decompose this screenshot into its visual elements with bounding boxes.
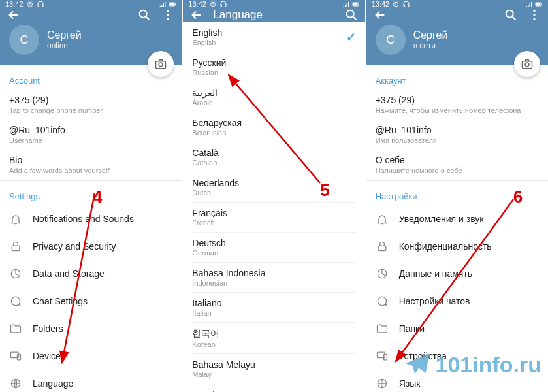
username-row[interactable]: @Ru_101info Username <box>0 120 182 150</box>
language-row[interactable]: NederlandsDutch <box>183 172 364 202</box>
profile-status: online <box>47 41 82 50</box>
bio-row[interactable]: Bio Add a few words about yourself <box>0 150 182 180</box>
language-sub: Russian <box>192 69 226 76</box>
label: Настройки чатов <box>399 296 470 306</box>
screen-settings-en: 13:42 С Сергей online Account +375 (29) … <box>0 0 182 392</box>
label: Language <box>33 378 73 389</box>
language-name: Italiano <box>192 298 221 308</box>
svg-rect-38 <box>383 355 387 360</box>
svg-point-21 <box>346 10 353 18</box>
status-bar: 13:42 <box>366 0 548 8</box>
svg-point-6 <box>167 18 169 20</box>
bio-hint: Add a few words about yourself <box>9 167 172 174</box>
back-icon[interactable] <box>189 8 204 22</box>
bell-icon <box>376 212 389 225</box>
language-row[interactable]: EnglishEnglish✓ <box>183 22 364 52</box>
language-sub: Korean <box>192 340 219 348</box>
settings-folders[interactable]: Folders <box>0 315 182 342</box>
menu-icon[interactable] <box>527 8 541 22</box>
svg-rect-20 <box>353 3 357 5</box>
phone-row[interactable]: +375 (29) Нажмите, чтобы изменить номер … <box>366 90 548 120</box>
headphone-icon <box>37 0 44 8</box>
bio-row[interactable]: О себе Напишите немного о себе <box>366 150 548 180</box>
language-sub: English <box>192 39 222 46</box>
settings-chat[interactable]: Настройки чатов <box>366 287 548 315</box>
header-title: Language <box>213 8 334 22</box>
language-row[interactable]: 한국어Korean <box>183 323 364 353</box>
language-row[interactable]: БеларускаяBelarusian <box>183 112 364 142</box>
settings-privacy[interactable]: Privacy and Security <box>0 233 182 260</box>
devices-icon <box>376 350 389 363</box>
status-time: 13:42 <box>188 0 206 8</box>
folder-icon <box>376 322 389 335</box>
data-icon <box>9 267 22 280</box>
camera-icon <box>154 57 167 71</box>
back-icon[interactable] <box>7 8 21 22</box>
back-icon[interactable] <box>373 8 387 22</box>
svg-rect-28 <box>536 3 540 5</box>
header <box>366 8 548 22</box>
language-row[interactable]: CatalàCatalan <box>183 142 364 172</box>
language-sub: German <box>192 249 225 257</box>
step-5: 5 <box>320 180 329 201</box>
language-name: Català <box>192 148 218 158</box>
language-name: Bahasa Indonesia <box>192 268 265 278</box>
battery-icon <box>169 0 176 8</box>
label: Конфиденциальность <box>399 241 492 252</box>
label: Язык <box>399 378 421 389</box>
chat-icon <box>9 295 22 308</box>
language-row[interactable]: فارسیPersian <box>183 384 364 392</box>
label: Chat Settings <box>33 296 88 306</box>
bell-icon <box>9 212 22 225</box>
battery-icon <box>352 0 360 8</box>
phone-row[interactable]: +375 (29) Tap to change phone number <box>0 90 182 120</box>
language-sub: Malay <box>192 370 255 378</box>
settings-privacy[interactable]: Конфиденциальность <box>366 233 548 260</box>
language-sub: Dutch <box>192 189 239 197</box>
svg-rect-12 <box>18 355 21 360</box>
language-row[interactable]: ItalianoItalian <box>183 293 364 322</box>
headphone-icon <box>219 0 227 8</box>
header <box>0 8 182 22</box>
language-row[interactable]: РусскийRussian <box>183 52 364 82</box>
language-row[interactable]: Bahasa MelayuMalay <box>183 354 364 384</box>
language-row[interactable]: FrançaisFrench <box>183 203 364 232</box>
phone-value: +375 (29) <box>9 95 172 105</box>
search-icon[interactable] <box>504 8 518 22</box>
language-row[interactable]: العربيةArabic <box>183 82 364 112</box>
signal-icon <box>159 0 167 8</box>
bio-value: Bio <box>9 155 172 165</box>
avatar[interactable]: С <box>376 25 406 55</box>
search-icon[interactable] <box>137 8 152 22</box>
settings-chat[interactable]: Chat Settings <box>0 287 182 315</box>
menu-icon[interactable] <box>161 8 175 22</box>
profile-header: С Сергей в сети <box>366 22 548 65</box>
svg-rect-35 <box>378 246 386 251</box>
label: Данные и память <box>399 269 472 279</box>
settings-notifications[interactable]: Уведомления и звук <box>366 205 548 233</box>
settings-data[interactable]: Данные и память <box>366 260 548 287</box>
settings-data[interactable]: Data and Storage <box>0 260 182 287</box>
settings-notifications[interactable]: Notifications and Sounds <box>0 205 182 233</box>
settings-language[interactable]: Language <box>0 370 182 392</box>
camera-button[interactable] <box>514 51 540 77</box>
search-icon[interactable] <box>344 8 359 22</box>
username-row[interactable]: @Ru_101info Имя пользователя <box>366 120 548 150</box>
devices-icon <box>9 350 22 363</box>
svg-point-8 <box>159 63 163 67</box>
status-time: 13:42 <box>372 0 390 8</box>
screen-settings-ru: 13:42 С Сергей в сети Аккаунт +375 (29) … <box>366 0 548 392</box>
label: Folders <box>33 323 63 334</box>
header: Language <box>183 8 364 22</box>
language-name: العربية <box>192 88 218 98</box>
language-row[interactable]: Bahasa IndonesiaIndonesian <box>183 263 364 292</box>
language-row[interactable]: DeutschGerman <box>183 233 364 262</box>
telegram-icon <box>403 350 432 379</box>
settings-devices[interactable]: Devices <box>0 342 182 370</box>
settings-folders[interactable]: Папки <box>366 315 548 342</box>
data-icon <box>376 267 389 280</box>
avatar[interactable]: С <box>9 25 39 55</box>
label: Privacy and Security <box>33 241 116 252</box>
signal-icon <box>342 0 350 8</box>
globe-icon <box>9 377 22 390</box>
